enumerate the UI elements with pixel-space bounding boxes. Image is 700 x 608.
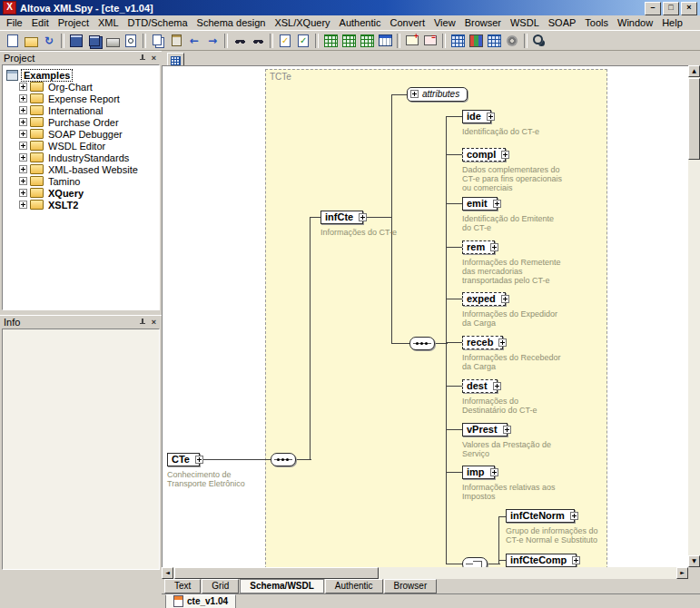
expand-icon[interactable] bbox=[19, 118, 27, 126]
close-button[interactable]: × bbox=[681, 2, 697, 15]
reload-button[interactable]: ↻ bbox=[40, 32, 58, 49]
menu-help[interactable]: Help bbox=[657, 16, 687, 29]
menu-authentic[interactable]: Authentic bbox=[335, 16, 386, 29]
expand-icon[interactable] bbox=[19, 106, 27, 114]
expand-icon[interactable] bbox=[19, 165, 27, 173]
tree-item-industrystandards[interactable]: IndustryStandards bbox=[3, 152, 159, 163]
tree-item-soap-debugger[interactable]: SOAP Debugger bbox=[3, 128, 159, 140]
minimize-button[interactable]: – bbox=[645, 2, 661, 15]
element-emit[interactable]: emit bbox=[462, 197, 498, 211]
copy-button[interactable] bbox=[149, 32, 167, 49]
element-compl[interactable]: compl bbox=[462, 148, 506, 162]
add-attribute-button[interactable] bbox=[421, 32, 439, 49]
zoom-button[interactable] bbox=[530, 32, 548, 49]
expand-icon[interactable] bbox=[19, 94, 27, 103]
schema-settings-button[interactable] bbox=[503, 32, 521, 49]
file-tab-cte-v1-04[interactable]: cte_v1.04 bbox=[165, 594, 236, 608]
tab-grid[interactable]: Grid bbox=[202, 579, 239, 593]
find-button[interactable] bbox=[231, 32, 249, 49]
find-next-button[interactable] bbox=[249, 32, 267, 49]
tab-text[interactable]: Text bbox=[164, 579, 201, 593]
expand-icon[interactable] bbox=[487, 113, 495, 121]
menu-soap[interactable]: SOAP bbox=[544, 16, 581, 29]
tree-item-tamino[interactable]: Tamino bbox=[3, 175, 159, 187]
sequence-compositor[interactable] bbox=[409, 337, 435, 350]
paste-button[interactable] bbox=[167, 32, 185, 49]
expand-icon[interactable] bbox=[410, 90, 419, 98]
expand-icon[interactable] bbox=[19, 142, 27, 150]
menu-wsdl[interactable]: WSDL bbox=[506, 16, 544, 29]
close-icon[interactable]: × bbox=[148, 317, 160, 328]
scroll-up-button[interactable]: ▲ bbox=[688, 65, 700, 77]
menu-file[interactable]: File bbox=[2, 16, 27, 29]
menu-dtd-schema[interactable]: DTD/Schema bbox=[123, 16, 192, 29]
sequence-compositor[interactable] bbox=[271, 453, 296, 466]
expand-icon[interactable] bbox=[195, 456, 203, 464]
menu-schema-design[interactable]: Schema design bbox=[192, 16, 271, 29]
expand-icon[interactable] bbox=[19, 189, 27, 197]
save-button[interactable] bbox=[67, 32, 85, 49]
expand-icon[interactable] bbox=[19, 153, 27, 162]
menu-convert[interactable]: Convert bbox=[385, 16, 429, 29]
tree-item-wsdl-editor[interactable]: WSDL Editor bbox=[3, 140, 159, 152]
undo-button[interactable]: ← bbox=[185, 32, 203, 49]
attributes-box[interactable]: attributes bbox=[407, 87, 468, 102]
vertical-scroll-thumb[interactable] bbox=[688, 78, 700, 160]
new-document-button[interactable] bbox=[4, 32, 22, 49]
element-dest[interactable]: dest bbox=[462, 379, 498, 393]
pin-icon[interactable] bbox=[136, 317, 148, 328]
menu-edit[interactable]: Edit bbox=[27, 16, 54, 29]
scroll-right-button[interactable]: ► bbox=[676, 567, 688, 579]
expand-icon[interactable] bbox=[19, 130, 27, 138]
close-icon[interactable]: × bbox=[148, 53, 160, 64]
tree-item-xquery[interactable]: XQuery bbox=[3, 187, 159, 199]
element-exped[interactable]: exped bbox=[462, 292, 506, 306]
tree-item-org-chart[interactable]: Org-Chart bbox=[3, 81, 159, 93]
tree-item-purchase-order[interactable]: Purchase Order bbox=[3, 116, 159, 128]
element-rem[interactable]: rem bbox=[462, 240, 495, 254]
menu-window[interactable]: Window bbox=[613, 16, 657, 29]
expand-icon[interactable] bbox=[490, 468, 498, 476]
grid-view-button[interactable] bbox=[449, 32, 467, 49]
element-infCte[interactable]: infCte bbox=[320, 211, 363, 224]
display-all-globals-button[interactable] bbox=[485, 32, 503, 49]
element-infCteComp[interactable]: infCteComp bbox=[506, 554, 577, 567]
add-element-button[interactable] bbox=[403, 32, 421, 49]
tree-item-xslt2[interactable]: XSLT2 bbox=[3, 199, 159, 211]
element-infCteNorm[interactable]: infCteNorm bbox=[506, 509, 575, 523]
expand-icon[interactable] bbox=[359, 213, 367, 221]
menu-xml[interactable]: XML bbox=[94, 16, 123, 29]
tree-item-xml-based-website[interactable]: XML-based Website bbox=[3, 163, 159, 175]
scroll-down-button[interactable]: ▼ bbox=[688, 555, 700, 567]
horizontal-scrollbar[interactable]: ◄ ► bbox=[162, 567, 688, 579]
expand-icon[interactable] bbox=[503, 426, 511, 434]
expand-icon[interactable] bbox=[570, 512, 578, 520]
schema-design-view-button[interactable] bbox=[467, 32, 485, 49]
tab-schema-wsdl[interactable]: Schema/WSDL bbox=[240, 579, 324, 593]
pin-icon[interactable] bbox=[136, 53, 148, 64]
element-receb[interactable]: receb bbox=[462, 336, 503, 349]
collapse-children-button[interactable] bbox=[358, 32, 376, 49]
table-view-button[interactable] bbox=[376, 32, 394, 49]
expand-icon[interactable] bbox=[501, 151, 509, 159]
expand-icon[interactable] bbox=[501, 295, 509, 303]
open-file-button[interactable] bbox=[22, 32, 40, 49]
scroll-left-button[interactable]: ◄ bbox=[162, 567, 173, 579]
tab-browser[interactable]: Browser bbox=[384, 579, 438, 593]
choice-compositor[interactable] bbox=[462, 557, 488, 567]
expand-icon[interactable] bbox=[493, 382, 501, 390]
validate-button[interactable] bbox=[294, 32, 312, 49]
expand-icon[interactable] bbox=[572, 556, 580, 564]
expand-icon[interactable] bbox=[490, 243, 498, 251]
tab-authentic[interactable]: Authentic bbox=[325, 579, 383, 593]
redo-button[interactable]: → bbox=[203, 32, 222, 49]
tree-item-expense-report[interactable]: Expense Report bbox=[3, 93, 159, 104]
save-all-button[interactable] bbox=[85, 32, 104, 49]
print-button[interactable] bbox=[104, 32, 122, 49]
element-CTe[interactable]: CTe bbox=[167, 453, 200, 466]
menu-browser[interactable]: Browser bbox=[460, 16, 506, 29]
expand-icon[interactable] bbox=[498, 338, 507, 347]
element-vPrest[interactable]: vPrest bbox=[462, 423, 508, 436]
print-preview-button[interactable] bbox=[122, 32, 140, 49]
expand-icon[interactable] bbox=[19, 201, 27, 209]
